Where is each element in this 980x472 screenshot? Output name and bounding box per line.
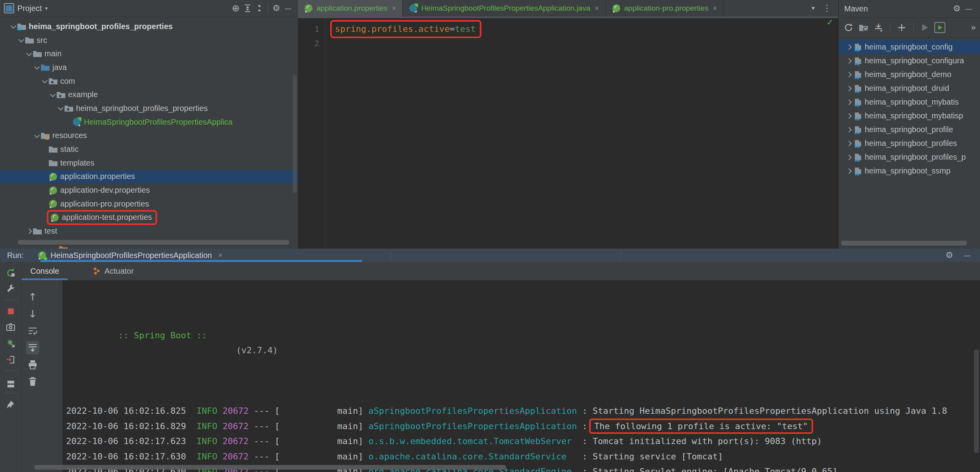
tree-chevron-icon[interactable] xyxy=(41,173,49,181)
pin-icon[interactable] xyxy=(5,398,17,410)
editor-tab-close-icon[interactable]: × xyxy=(713,4,717,13)
tree-chevron-icon[interactable] xyxy=(49,91,57,99)
editor-content[interactable]: spring.profiles.active=test xyxy=(325,18,838,249)
clear-console-trash-icon[interactable] xyxy=(26,375,39,388)
maven-row[interactable]: m heima_springboot_configura xyxy=(839,54,980,68)
up-stacktrace-icon[interactable]: ↑ xyxy=(26,290,39,304)
maven-chevron-icon[interactable] xyxy=(845,98,853,106)
tree-row[interactable]: test xyxy=(0,224,298,238)
soft-wrap-icon[interactable] xyxy=(26,324,39,337)
project-settings-gear-icon[interactable]: ⚙ xyxy=(270,2,282,14)
run-tab-close-icon[interactable]: × xyxy=(218,251,222,260)
editor-tab-close-icon[interactable]: × xyxy=(595,4,599,13)
thread-dump-camera-icon[interactable] xyxy=(5,321,17,333)
tree-chevron-icon[interactable] xyxy=(25,50,33,58)
down-stacktrace-icon[interactable]: ↓ xyxy=(26,307,39,321)
tree-chevron-icon[interactable] xyxy=(9,22,17,30)
run-configuration-tab[interactable]: HeimaSpringbootProfilesPropertiesApplica… xyxy=(38,251,222,260)
tree-row[interactable]: example xyxy=(0,88,298,101)
print-icon[interactable] xyxy=(26,358,39,371)
tree-chevron-icon[interactable] xyxy=(41,186,49,194)
tree-chevron-icon[interactable] xyxy=(33,63,41,71)
update-application-icon[interactable] xyxy=(5,337,17,349)
maven-chevron-icon[interactable] xyxy=(845,140,853,148)
project-hide-icon[interactable]: — xyxy=(282,2,294,14)
maven-chevron-icon[interactable] xyxy=(845,126,853,134)
tree-chevron-icon[interactable] xyxy=(41,214,49,221)
tree-row[interactable]: application-pro.properties xyxy=(0,197,298,211)
hidden-tabs-dropdown-icon[interactable]: ▾ xyxy=(812,5,815,11)
tree-chevron-icon[interactable] xyxy=(65,118,72,126)
maven-chevron-icon[interactable] xyxy=(845,57,853,65)
tree-row[interactable]: java xyxy=(0,61,298,74)
maven-row[interactable]: m heima_springboot_druid xyxy=(839,81,980,95)
maven-row[interactable]: m heima_springboot_ssmp xyxy=(839,164,980,178)
maven-row[interactable]: m heima_springboot_profiles xyxy=(839,136,980,150)
rerun-icon[interactable] xyxy=(5,267,17,278)
tree-chevron-icon[interactable] xyxy=(41,200,49,208)
console-output[interactable]: :: Spring Boot :: (v2.7.4) 2022-10-06 16… xyxy=(63,280,980,472)
tree-row[interactable]: resources xyxy=(0,129,298,143)
scroll-to-end-icon[interactable] xyxy=(26,341,39,354)
tree-row[interactable]: application.properties xyxy=(0,170,298,184)
tab-options-kebab-icon[interactable]: ⋮ xyxy=(823,4,831,13)
maven-reload-folder-icon[interactable] xyxy=(858,22,869,33)
maven-row[interactable]: m heima_springboot_demo xyxy=(839,68,980,81)
console-vertical-scrollbar[interactable] xyxy=(974,349,979,453)
maven-chevron-icon[interactable] xyxy=(845,43,853,51)
maven-more-icon[interactable]: » xyxy=(971,23,976,32)
maven-hide-icon[interactable]: — xyxy=(963,3,974,15)
tree-row[interactable]: static xyxy=(0,142,298,156)
tree-chevron-icon[interactable] xyxy=(25,227,33,235)
maven-row[interactable]: m heima_springboot_profile xyxy=(839,123,980,136)
maven-run-icon[interactable] xyxy=(919,22,931,33)
maven-row[interactable]: m heima_springboot_mybatis xyxy=(839,95,980,109)
tree-chevron-icon[interactable] xyxy=(33,132,41,140)
tree-row[interactable]: src xyxy=(0,33,298,47)
maven-row[interactable]: m heima_springboot_config xyxy=(839,40,980,54)
tree-chevron-icon[interactable] xyxy=(57,104,65,112)
maven-row[interactable]: m heima_springboot_profiles_p xyxy=(839,150,980,164)
project-vertical-scrollbar[interactable] xyxy=(293,75,297,193)
tree-row[interactable]: com xyxy=(0,74,298,88)
console-horizontal-scrollbar[interactable] xyxy=(34,465,506,470)
editor-tab[interactable]: HeimaSpringbootProfilesPropertiesApplica… xyxy=(403,0,605,17)
maven-add-icon[interactable]: + xyxy=(896,22,908,33)
layout-settings-icon[interactable] xyxy=(5,376,17,388)
maven-horizontal-scrollbar[interactable] xyxy=(841,241,967,245)
maven-chevron-icon[interactable] xyxy=(845,71,853,79)
project-horizontal-scrollbar[interactable] xyxy=(18,240,289,245)
expand-all-icon[interactable] xyxy=(242,2,253,14)
project-panel-title[interactable]: Project xyxy=(17,4,42,13)
tree-chevron-icon[interactable] xyxy=(17,36,25,44)
editor-tab-close-icon[interactable]: × xyxy=(392,4,396,13)
tab-console[interactable]: Console xyxy=(22,262,68,280)
maven-settings-gear-icon[interactable]: ⚙ xyxy=(951,3,963,15)
maven-chevron-icon[interactable] xyxy=(845,112,853,120)
maven-row[interactable]: m heima_springboot_mybatisp xyxy=(839,109,980,123)
tree-chevron-icon[interactable] xyxy=(41,146,49,153)
tree-row[interactable]: heima_springboot_profiles_properties xyxy=(0,20,298,33)
tree-row[interactable]: HeimaSpringbootProfilesPropertiesApplica xyxy=(0,115,298,129)
tree-row[interactable]: main xyxy=(0,47,298,61)
editor-tab[interactable]: application-pro.properties × xyxy=(606,0,724,17)
edit-configuration-wrench-icon[interactable] xyxy=(5,283,17,295)
run-settings-gear-icon[interactable]: ⚙ xyxy=(945,251,953,260)
collapse-all-icon[interactable] xyxy=(253,2,265,14)
tab-actuator[interactable]: Actuator xyxy=(83,262,142,280)
maven-reload-icon[interactable] xyxy=(843,22,854,33)
editor-tab[interactable]: application.properties × xyxy=(298,0,403,17)
tree-row[interactable]: application-test.properties xyxy=(0,211,298,225)
tree-row[interactable]: heima_springboot_profiles_properties xyxy=(0,101,298,115)
maven-chevron-icon[interactable] xyxy=(845,167,853,175)
tree-chevron-icon[interactable] xyxy=(41,77,49,85)
run-hide-icon[interactable]: — xyxy=(963,252,971,259)
inspections-ok-icon[interactable]: ✓ xyxy=(827,18,834,27)
exit-icon[interactable] xyxy=(5,354,17,365)
maven-chevron-icon[interactable] xyxy=(845,85,853,92)
maven-execute-goal-icon[interactable] xyxy=(934,22,946,33)
stop-icon[interactable] xyxy=(5,305,17,317)
tree-chevron-icon[interactable] xyxy=(41,159,49,167)
tree-row[interactable]: templates xyxy=(0,156,298,170)
project-dropdown-icon[interactable]: ▾ xyxy=(45,6,48,11)
